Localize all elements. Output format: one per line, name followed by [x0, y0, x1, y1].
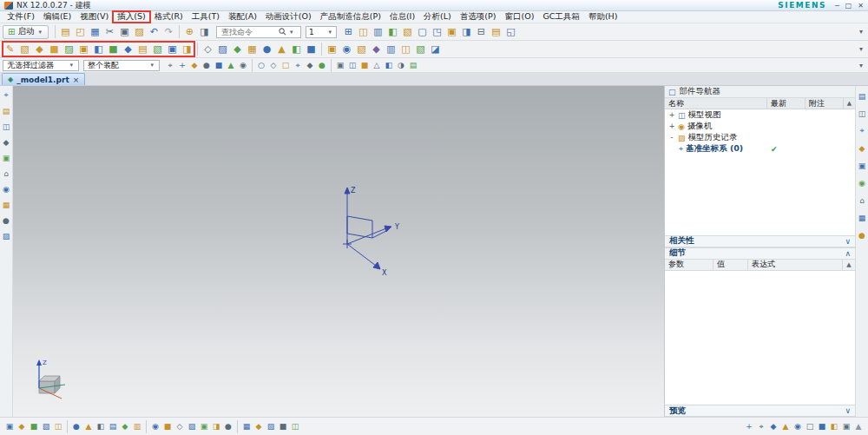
toolbar-icon[interactable]: □	[804, 420, 816, 432]
toolbar-icon[interactable]: ◉	[857, 177, 868, 188]
cut-icon[interactable]: ✂	[102, 24, 117, 39]
redo-icon[interactable]: ↷	[161, 24, 176, 39]
scroll-up-button[interactable]: ▲	[844, 98, 855, 109]
toolbar-icon[interactable]: ◧	[828, 420, 840, 432]
menu-format[interactable]: 格式(R)	[150, 11, 187, 23]
toolbar-icon[interactable]: ■	[161, 420, 174, 432]
toolbar-icon[interactable]: ▤	[489, 24, 503, 39]
toolbar-icon[interactable]: +	[743, 420, 755, 432]
toolbar-icon[interactable]: ▧	[17, 42, 32, 56]
toolbar-icon[interactable]: ◫	[857, 108, 868, 119]
toolbar-icon[interactable]: ▥	[371, 24, 385, 39]
toolbar-icon[interactable]: ▣	[334, 59, 346, 71]
toolbar-icon[interactable]: ■	[213, 59, 225, 71]
toolbar-icon[interactable]: ◧	[91, 42, 106, 56]
toolbar-icon[interactable]: ◇	[267, 59, 279, 71]
menu-tools[interactable]: 工具(T)	[187, 11, 224, 23]
toolbar-icon[interactable]: ■	[28, 420, 40, 432]
toolbar-icon[interactable]: ▣	[325, 42, 339, 56]
toolbar-icon[interactable]: ▥	[384, 42, 398, 56]
menu-information[interactable]: 信息(I)	[385, 11, 419, 23]
toolbar-icon[interactable]: ●	[316, 59, 328, 71]
toolbar-icon[interactable]: ◨	[459, 24, 474, 39]
toolbar-icon[interactable]: ◆	[304, 59, 316, 71]
toolbar-icon[interactable]: ▦	[245, 42, 260, 56]
chevron-down-icon[interactable]: ∨	[845, 406, 851, 415]
chevron-down-icon[interactable]: ∨	[845, 237, 851, 246]
paste-icon[interactable]: ▨	[132, 24, 147, 39]
collapse-icon[interactable]: -	[668, 134, 675, 142]
toolbar-icon[interactable]: ▣	[76, 42, 91, 56]
scale-dropdown[interactable]: 1 ▾	[306, 26, 337, 38]
toolbar-icon[interactable]: ▦	[857, 212, 868, 223]
column-value[interactable]: 值	[713, 260, 748, 270]
column-parameter[interactable]: 参数	[665, 260, 713, 270]
menu-analysis[interactable]: 分析(L)	[419, 11, 456, 23]
toolbar-icon[interactable]: ◆	[767, 420, 779, 432]
toolbar-icon[interactable]: ◆	[1, 136, 12, 148]
toolbar-icon[interactable]: ◆	[32, 42, 47, 56]
menu-view[interactable]: 视图(V)	[76, 11, 113, 23]
toolbar-icon[interactable]: ◉	[1, 183, 12, 194]
toolbar-icon[interactable]: ▲	[82, 420, 95, 432]
column-latest[interactable]: 最新	[767, 98, 806, 109]
toolbar-icon[interactable]: ◉	[339, 42, 354, 56]
tree-row-model-history[interactable]: - ▨ 模型历史记录	[665, 132, 855, 143]
toolbar-icon[interactable]: ◫	[1, 121, 12, 132]
toolbar-icon[interactable]: ▣	[444, 24, 459, 39]
toolbar-icon[interactable]: ▲	[852, 420, 865, 432]
tab-model1[interactable]: ◆ _model1.prt ×	[2, 73, 85, 85]
toolbar-icon[interactable]: ▤	[857, 90, 868, 102]
toolbar-icon[interactable]: ◧	[95, 420, 107, 432]
toolbar-icon[interactable]: ◧	[383, 59, 395, 71]
toolbar-icon[interactable]: ◉	[792, 420, 804, 432]
toolbar-icon[interactable]: ◆	[121, 42, 135, 56]
toolbar-icon[interactable]: ●	[260, 42, 274, 56]
toolbar-icon[interactable]: ▲	[274, 42, 289, 56]
toolbar-icon[interactable]: ▲	[779, 420, 792, 432]
toolbar-icon[interactable]: ▣	[198, 420, 210, 432]
toolbar-icon[interactable]: ⌖	[164, 59, 176, 71]
toolbar-icon[interactable]: ◇	[174, 420, 186, 432]
selection-filter-dropdown[interactable]: 无选择过滤器 ▾	[3, 60, 79, 71]
toolbar-icon[interactable]: ⊞	[341, 24, 356, 39]
toolbar-icon[interactable]: ▤	[135, 42, 150, 56]
toolbar-icon[interactable]: ◪	[428, 42, 443, 56]
toolbar-icon[interactable]: ▨	[1, 230, 12, 241]
menu-help[interactable]: 帮助(H)	[584, 11, 622, 23]
expander-icon[interactable]: +	[668, 122, 675, 130]
toolbar-icon[interactable]: ⌂	[1, 168, 12, 179]
selection-scope-dropdown[interactable]: 整个装配 ▾	[83, 60, 160, 71]
column-expression[interactable]: 表达式	[748, 260, 843, 270]
toolbar-icon[interactable]: ■	[816, 420, 828, 432]
chevron-down-icon[interactable]: ▾	[288, 29, 295, 36]
toolbar-icon[interactable]: ⊟	[474, 24, 489, 39]
toolbar-icon[interactable]: ▧	[354, 42, 369, 56]
toolbar-icon[interactable]: ◨	[210, 420, 222, 432]
toolbar-icon[interactable]: ●	[1, 214, 12, 226]
toolbar-icon[interactable]: ■	[106, 42, 121, 56]
toolbar-icon[interactable]: ◳	[430, 24, 444, 39]
toolbar-icon[interactable]: ▥	[131, 420, 143, 432]
toolbar-icon[interactable]: ○	[255, 59, 267, 71]
toolbar-icon[interactable]: ⌖	[1, 89, 12, 101]
new-icon[interactable]: ▤	[58, 24, 73, 39]
toolbar-icon[interactable]: ◫	[346, 59, 358, 71]
menu-preferences[interactable]: 首选项(P)	[456, 11, 501, 23]
maximize-button[interactable]: □	[845, 2, 852, 10]
toolbar-icon[interactable]: ◫	[356, 24, 371, 39]
toolbar-icon[interactable]: ◫	[52, 420, 64, 432]
search-input[interactable]	[220, 27, 277, 37]
toolbar-icon[interactable]: ●	[857, 229, 868, 241]
toolbar-icon[interactable]: ▲	[225, 59, 237, 71]
toolbar-overflow-button[interactable]: ▾	[857, 45, 865, 53]
toolbar-icon[interactable]: ▤	[1, 105, 12, 116]
tree-row-cameras[interactable]: + ◉ 摄像机	[665, 121, 855, 132]
menu-assemblies[interactable]: 装配(A)	[224, 11, 261, 23]
toolbar-icon[interactable]: ◇	[201, 42, 215, 56]
menu-pmi[interactable]: 产品制造信息(P)	[316, 11, 385, 23]
toolbar-overflow-button[interactable]: ▾	[857, 28, 865, 36]
toolbar-icon[interactable]: ▣	[1, 152, 12, 163]
toolbar-icon[interactable]: ●	[222, 420, 234, 432]
toolbar-icon[interactable]: ▣	[840, 420, 852, 432]
